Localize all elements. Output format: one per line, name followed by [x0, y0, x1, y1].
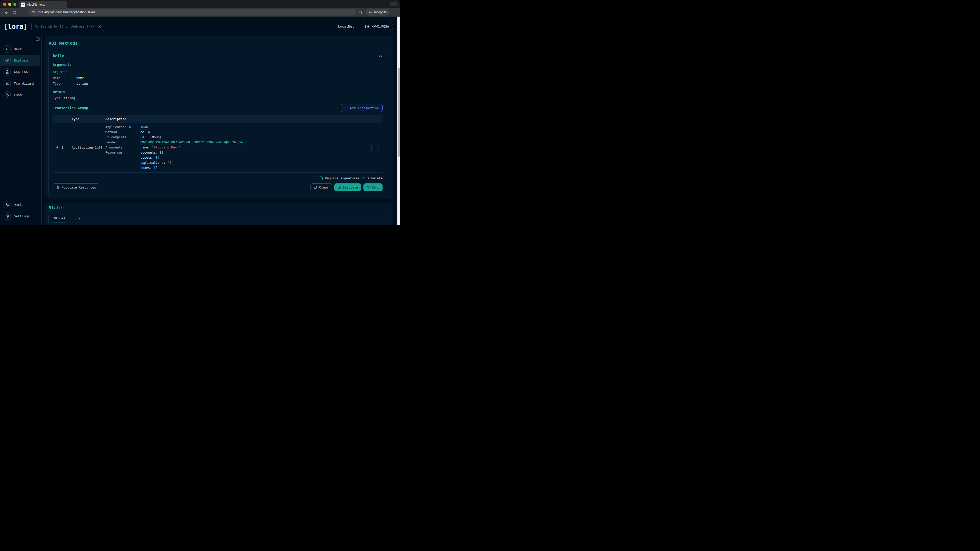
lora-logo[interactable]: [lora] — [4, 22, 27, 30]
search-box[interactable] — [32, 22, 104, 31]
sidebar: Back Explore App Lab — [0, 36, 41, 225]
argument-value: "Algorand Dev!" — [152, 145, 181, 149]
tab-close-icon[interactable] — [62, 3, 65, 6]
arguments-label: Arguments — [105, 145, 140, 150]
search-icon — [35, 25, 38, 28]
back-icon[interactable] — [3, 10, 11, 14]
send-icon — [366, 186, 370, 189]
sidebar-item-settings[interactable]: Settings — [0, 210, 41, 222]
reload-icon[interactable] — [11, 10, 18, 14]
moon-icon — [3, 201, 11, 208]
logo-bracket: ] — [23, 22, 27, 30]
require-signatures-checkbox[interactable] — [319, 176, 323, 180]
scrollbar-thumb[interactable] — [398, 68, 400, 157]
row-menu-button[interactable] — [371, 144, 379, 151]
square-play-icon — [337, 186, 341, 189]
sidebar-item-txn-wizard[interactable]: Txn Wizard — [0, 78, 41, 89]
populate-resources-button[interactable]: Populate Resources — [53, 183, 99, 191]
wizard-hat-icon — [3, 80, 11, 87]
telescope-icon — [3, 57, 11, 64]
tab-global[interactable]: Global — [53, 216, 66, 222]
sidebar-item-back[interactable]: Back — [0, 43, 41, 55]
add-transaction-button[interactable]: Add Transaction — [341, 104, 383, 112]
abi-methods-panel: ABI Methods hello Arguments Argument 1 N… — [45, 36, 393, 199]
row-type: Application Call — [72, 146, 105, 149]
resource-item: applications: [] — [140, 160, 371, 165]
scrollbar-track[interactable] — [397, 17, 400, 225]
sender-link[interactable]: HMWDSHQCOPD2T36WBAHLAZ6PO5GDJJZBN4D2TODK… — [140, 141, 243, 144]
browser-tab[interactable]: [ak] AlgoKit - lora — [19, 1, 67, 8]
search-clear-icon[interactable] — [98, 25, 101, 28]
sidebar-item-fund[interactable]: Fund — [0, 89, 41, 100]
method-name: hello — [53, 54, 64, 59]
send-button[interactable]: Send — [363, 183, 383, 191]
wallet-icon — [365, 24, 369, 29]
close-window-button[interactable] — [3, 3, 6, 6]
traffic-lights — [3, 3, 16, 6]
method-label: Method — [105, 130, 140, 135]
wallet-button[interactable]: HMWD…PQSA — [361, 22, 393, 31]
tab-search-button[interactable] — [390, 2, 398, 6]
arg-type-label: Type — [53, 81, 76, 86]
argument-group-label: Argument 1 — [53, 70, 383, 74]
bookmark-star-icon[interactable] — [356, 10, 365, 14]
new-tab-button[interactable] — [70, 2, 74, 6]
argument-key: name: — [140, 145, 150, 149]
tab-box[interactable]: Box — [73, 216, 81, 222]
sidebar-nav: Back Explore App Lab — [0, 43, 41, 101]
transaction-table: Type Description 1 Application Call Appl… — [53, 115, 383, 173]
sidebar-item-explore[interactable]: Explore — [0, 55, 40, 66]
abi-methods-title: ABI Methods — [49, 41, 78, 46]
wallet-label: HMWD…PQSA — [372, 24, 389, 28]
coins-icon — [3, 91, 11, 98]
tab-strip: [ak] AlgoKit - lora — [0, 0, 400, 8]
table-header: Type Description — [53, 115, 383, 123]
search-input[interactable] — [41, 24, 96, 28]
header-right: LocalNet HMWD…PQSA — [338, 22, 393, 31]
logo-text: lora — [8, 22, 23, 30]
resources-values: accounts: [] assets: [] applications: []… — [140, 150, 371, 170]
table-row[interactable]: 1 Application Call Application ID 1048 M… — [53, 123, 383, 173]
zoom-window-button[interactable] — [13, 3, 16, 6]
sidebar-item-theme-dark[interactable]: Dark — [0, 199, 41, 210]
state-tabs: Global Box — [49, 214, 387, 222]
url-text: lora.algokit.io/localnet/application/104… — [38, 10, 95, 14]
lora-app: [lora] LocalNet HMWD…PQSA — [0, 17, 400, 225]
app-header: [lora] LocalNet HMWD…PQSA — [0, 17, 397, 36]
on-complete-value: Call (NoOp) — [140, 135, 371, 140]
minimize-window-button[interactable] — [8, 3, 11, 6]
sidebar-item-app-lab[interactable]: App Lab — [0, 66, 41, 78]
browser-menu-icon[interactable] — [391, 10, 398, 14]
column-description: Description — [105, 117, 371, 121]
address-bar[interactable]: lora.algokit.io/localnet/application/104… — [29, 9, 356, 16]
sender-label: Sender — [105, 140, 140, 145]
browser-window: [ak] AlgoKit - lora lora.algokit.io/loca… — [0, 0, 400, 225]
column-type: Type — [72, 117, 105, 121]
tune-icon[interactable] — [32, 10, 35, 14]
row-index: 1 — [62, 146, 72, 149]
ellipsis-vertical-icon — [373, 146, 377, 149]
simulate-button[interactable]: Simulate — [334, 183, 361, 191]
clear-button[interactable]: Clear — [310, 183, 332, 191]
method-value: hello — [140, 130, 371, 135]
require-signatures-label: Require signatures on simulate — [325, 176, 383, 180]
resource-item: boxes: [] — [140, 165, 371, 170]
arg-name-label: Name — [53, 76, 76, 80]
arguments-heading: Arguments — [53, 62, 383, 67]
eraser-icon — [313, 186, 317, 189]
return-heading: Return — [53, 90, 383, 94]
on-complete-label: On complete — [105, 135, 140, 140]
tab-favicon: [ak] — [21, 3, 25, 6]
browser-toolbar: lora.algokit.io/localnet/application/104… — [0, 8, 400, 17]
arg-type-value: string — [76, 81, 383, 86]
sidebar-collapse-icon[interactable] — [35, 37, 40, 41]
resource-item: assets: [] — [140, 155, 371, 160]
grip-vertical-icon[interactable] — [56, 146, 62, 149]
transaction-group-title: Transaction Group — [53, 106, 88, 110]
chevron-up-icon[interactable] — [379, 54, 383, 58]
app-id-link[interactable]: 1048 — [140, 125, 148, 129]
app-id-label: Application ID — [105, 124, 140, 130]
network-label[interactable]: LocalNet — [338, 24, 354, 28]
gear-icon — [3, 213, 11, 220]
resource-item: accounts: [] — [140, 150, 371, 155]
